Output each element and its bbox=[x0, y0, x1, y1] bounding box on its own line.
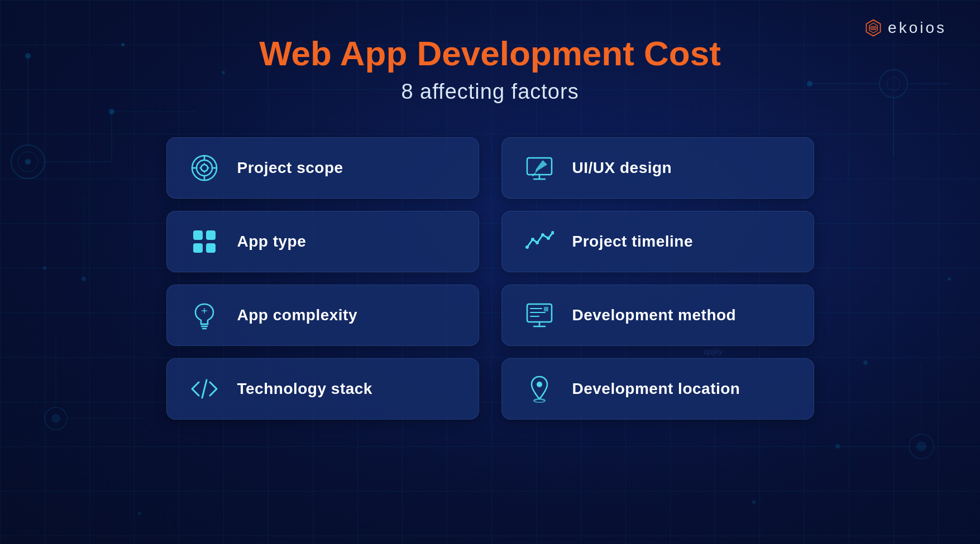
card-app-complexity: App complexity bbox=[166, 285, 479, 346]
bulb-icon bbox=[187, 298, 222, 333]
apps-icon bbox=[187, 224, 222, 259]
card-label-app-complexity: App complexity bbox=[237, 306, 357, 324]
card-label-app-type: App type bbox=[237, 233, 307, 251]
svg-point-56 bbox=[531, 238, 534, 241]
svg-point-38 bbox=[201, 165, 208, 171]
card-label-development-method: Development method bbox=[572, 306, 737, 324]
title-section: Web App Development Cost 8 affecting fac… bbox=[259, 33, 721, 104]
logo: ekoios bbox=[863, 18, 946, 38]
monitor-list-icon bbox=[522, 298, 557, 333]
card-technology-stack: Technology stack bbox=[166, 358, 479, 420]
cards-grid: Project scope UI/UX design bbox=[166, 137, 814, 420]
design-icon bbox=[522, 151, 557, 185]
svg-point-55 bbox=[525, 245, 529, 249]
svg-point-75 bbox=[534, 399, 545, 402]
svg-line-50 bbox=[533, 174, 535, 176]
card-app-type: App type bbox=[166, 211, 479, 272]
card-label-technology-stack: Technology stack bbox=[237, 380, 372, 398]
svg-rect-54 bbox=[206, 243, 216, 253]
location-icon bbox=[522, 372, 557, 406]
card-label-project-timeline: Project timeline bbox=[572, 233, 694, 251]
svg-line-73 bbox=[202, 380, 207, 398]
svg-point-58 bbox=[541, 233, 544, 237]
subtitle: 8 affecting factors bbox=[259, 80, 721, 104]
svg-rect-53 bbox=[193, 243, 203, 253]
card-development-method: Development method bbox=[501, 285, 814, 346]
main-title: Web App Development Cost bbox=[259, 33, 721, 73]
svg-rect-52 bbox=[206, 230, 216, 240]
card-label-ui-ux-design: UI/UX design bbox=[572, 159, 672, 177]
page-container: ekoios Web App Development Cost 8 affect… bbox=[0, 0, 980, 544]
svg-rect-72 bbox=[544, 307, 548, 311]
svg-rect-51 bbox=[193, 230, 203, 240]
target-icon bbox=[187, 151, 222, 185]
card-project-timeline: Project timeline bbox=[501, 211, 814, 272]
card-label-development-location: Development location bbox=[572, 380, 740, 398]
logo-icon bbox=[863, 18, 883, 38]
card-development-location: Development location bbox=[501, 358, 814, 420]
svg-point-57 bbox=[536, 241, 539, 244]
svg-point-37 bbox=[197, 160, 212, 176]
card-ui-ux-design: UI/UX design bbox=[501, 137, 814, 199]
svg-point-59 bbox=[547, 237, 550, 240]
card-label-project-scope: Project scope bbox=[237, 159, 343, 177]
code-icon bbox=[187, 372, 222, 406]
svg-point-74 bbox=[537, 382, 542, 387]
logo-text: ekoios bbox=[888, 19, 946, 37]
card-project-scope: Project scope bbox=[166, 137, 479, 199]
timeline-icon bbox=[522, 224, 557, 259]
